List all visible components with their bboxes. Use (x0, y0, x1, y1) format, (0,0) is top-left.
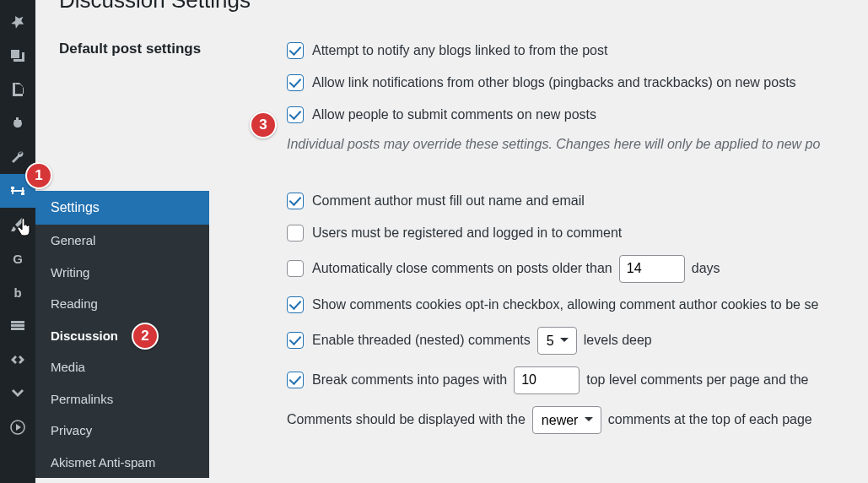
submenu-general[interactable]: General (35, 225, 209, 257)
section-default-post: Default post settings (59, 41, 287, 57)
select-comment-order[interactable]: newer (532, 406, 601, 434)
label-autoclose-b: days (692, 258, 720, 279)
label-order-a: Comments should be displayed with the (287, 410, 526, 430)
submenu-writing[interactable]: Writing (35, 257, 209, 289)
b-icon[interactable]: b (0, 275, 35, 309)
cb-paginate[interactable] (287, 372, 304, 388)
submenu-privacy[interactable]: Privacy (35, 415, 209, 447)
cb-cookies-optin[interactable] (287, 296, 304, 313)
cb-threaded[interactable] (287, 332, 304, 349)
submenu-akismet[interactable]: Akismet Anti-spam (35, 447, 209, 479)
label-name-email: Comment author must fill out name and em… (312, 191, 585, 211)
pages-icon[interactable] (0, 73, 35, 106)
label-cookies-optin: Show comments cookies opt-in checkbox, a… (312, 295, 818, 315)
table-icon[interactable] (0, 309, 35, 343)
label-allow-comments: Allow people to submit comments on new p… (312, 105, 596, 125)
note-override: Individual posts may override these sett… (287, 137, 868, 152)
settings-submenu: Settings General Writing Reading Discuss… (35, 191, 209, 478)
settings-tab[interactable]: Settings (35, 191, 209, 225)
play-icon[interactable] (0, 410, 35, 444)
annotation-badge-2: 2 (132, 323, 159, 350)
page-title: Discussion Settings (59, 0, 868, 15)
label-threaded-b: levels deep (584, 330, 652, 350)
label-registered: Users must be registered and logged in t… (312, 223, 622, 243)
chevron-down-icon[interactable] (0, 377, 35, 410)
svg-rect-1 (21, 193, 24, 195)
select-thread-levels[interactable]: 5 (537, 327, 577, 355)
annotation-badge-3: 3 (250, 111, 277, 138)
pin-icon[interactable] (0, 5, 35, 39)
label-order-b: comments at the top of each page (608, 410, 812, 430)
svg-rect-2 (11, 190, 24, 192)
submenu-reading[interactable]: Reading (35, 288, 209, 320)
label-notify-blogs: Attempt to notify any blogs linked to fr… (312, 41, 607, 61)
label-paginate-a: Break comments into pages with (312, 370, 507, 390)
cb-notify-blogs[interactable] (287, 42, 304, 59)
plugins-icon[interactable] (0, 106, 35, 140)
label-autoclose-a: Automatically close comments on posts ol… (312, 258, 612, 279)
cb-name-email[interactable] (287, 193, 304, 209)
code-icon[interactable] (0, 343, 35, 377)
label-threaded-a: Enable threaded (nested) comments (312, 330, 531, 350)
submenu-media[interactable]: Media (35, 351, 209, 383)
label-allow-pingbacks: Allow link notifications from other blog… (312, 73, 796, 93)
cb-autoclose[interactable] (287, 260, 304, 277)
submenu-discussion[interactable]: Discussion (35, 320, 209, 352)
cb-registered[interactable] (287, 225, 304, 242)
media-icon[interactable] (0, 39, 35, 73)
annotation-badge-1: 1 (25, 162, 52, 189)
label-paginate-b: top level comments per page and the (586, 370, 808, 390)
admin-menu-collapsed: G b (0, 0, 35, 483)
submenu-permalinks[interactable]: Permalinks (35, 383, 209, 415)
cb-allow-comments[interactable] (287, 106, 304, 123)
google-kit-icon[interactable]: G (0, 242, 35, 275)
cb-allow-pingbacks[interactable] (287, 74, 304, 91)
hand-cursor-icon (17, 218, 32, 239)
input-close-days[interactable] (619, 255, 685, 283)
input-per-page[interactable] (514, 366, 580, 394)
svg-rect-0 (11, 187, 14, 189)
